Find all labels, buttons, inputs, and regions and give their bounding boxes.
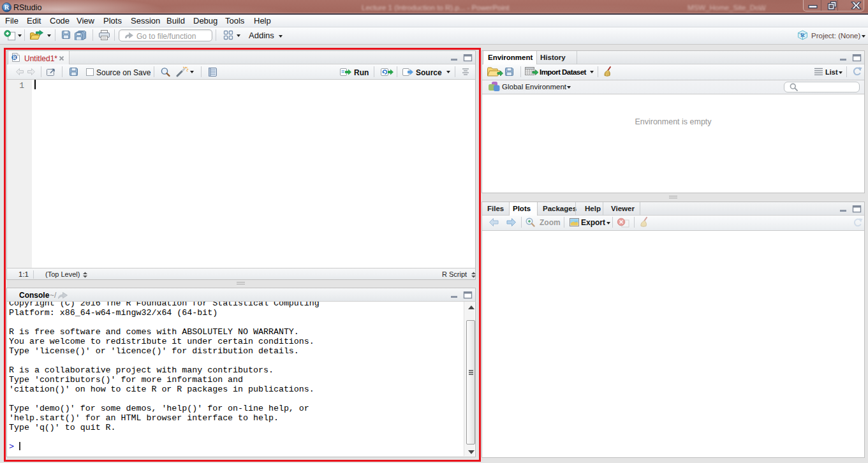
svg-text:R: R: [13, 55, 17, 61]
svg-text:R: R: [800, 32, 805, 38]
svg-text:R: R: [4, 4, 10, 11]
